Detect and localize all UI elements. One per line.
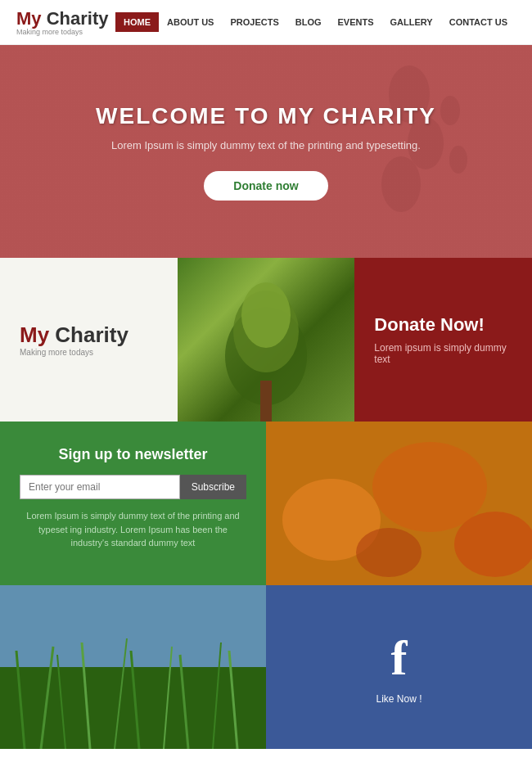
tree-bg bbox=[178, 258, 355, 422]
facebook-icon: f bbox=[391, 630, 408, 687]
newsletter-body: Lorem Ipsum is simply dummy text of the … bbox=[20, 509, 246, 550]
nav-contact[interactable]: CONTACT US bbox=[441, 12, 516, 32]
svg-point-7 bbox=[241, 282, 291, 348]
newsletter-subscribe-button[interactable]: Subscribe bbox=[180, 475, 246, 499]
bottom-section: f Like Now ! bbox=[0, 585, 532, 749]
nav-about[interactable]: ABOUT US bbox=[159, 12, 222, 32]
newsletter-title: Sign up to newsletter bbox=[58, 446, 207, 463]
navigation: My Charity Making more todays HOME ABOUT… bbox=[0, 0, 532, 45]
nav-projects[interactable]: PROJECTS bbox=[222, 12, 286, 32]
autumn-image bbox=[266, 422, 532, 585]
svg-rect-8 bbox=[260, 381, 272, 422]
mid-tree-image bbox=[178, 258, 355, 422]
mid-section: My Charity Making more todays Donate Now… bbox=[0, 258, 532, 422]
nav-home[interactable]: HOME bbox=[115, 12, 159, 32]
hero-subtitle: Lorem Ipsum is simply dummy text of the … bbox=[111, 139, 421, 151]
grass-image bbox=[0, 585, 266, 749]
lower-section: Sign up to newsletter Subscribe Lorem Ip… bbox=[0, 422, 532, 585]
newsletter-section: Sign up to newsletter Subscribe Lorem Ip… bbox=[0, 422, 266, 585]
donate-now-title: Donate Now! bbox=[374, 314, 484, 336]
hero-section: WELCOME TO MY CHARITY Lorem Ipsum is sim… bbox=[0, 45, 532, 258]
mid-tagline: Making more todays bbox=[20, 348, 93, 357]
svg-point-13 bbox=[356, 528, 422, 577]
mid-logo: My Charity bbox=[20, 322, 128, 348]
hero-title: WELCOME TO MY CHARITY bbox=[96, 103, 436, 129]
newsletter-email-input[interactable] bbox=[20, 475, 180, 499]
nav-links: HOME ABOUT US PROJECTS BLOG EVENTS GALLE… bbox=[115, 12, 516, 32]
logo-part2: Charity bbox=[47, 8, 109, 29]
facebook-like-text: Like Now ! bbox=[376, 693, 422, 705]
svg-point-11 bbox=[372, 442, 487, 532]
nav-blog[interactable]: BLOG bbox=[287, 12, 330, 32]
logo: My Charity Making more todays bbox=[16, 8, 108, 36]
svg-point-2 bbox=[381, 156, 421, 212]
nav-gallery[interactable]: GALLERY bbox=[382, 12, 441, 32]
events-section: 18 August Lorem Ipsum is simply Lorem Ip… bbox=[0, 749, 532, 771]
logo-part1: My bbox=[16, 8, 47, 29]
svg-point-4 bbox=[449, 146, 467, 174]
facebook-section: f Like Now ! bbox=[266, 585, 532, 749]
mid-charity: My Charity Making more todays bbox=[0, 258, 178, 422]
mid-donate-section: Donate Now! Lorem ipsum is simply dummy … bbox=[354, 258, 532, 422]
donate-now-button[interactable]: Donate now bbox=[204, 171, 327, 201]
nav-events[interactable]: EVENTS bbox=[330, 12, 382, 32]
donate-subtitle: Lorem ipsum is simply dummy text bbox=[374, 342, 512, 365]
svg-point-3 bbox=[440, 96, 460, 125]
newsletter-form: Subscribe bbox=[20, 475, 246, 499]
